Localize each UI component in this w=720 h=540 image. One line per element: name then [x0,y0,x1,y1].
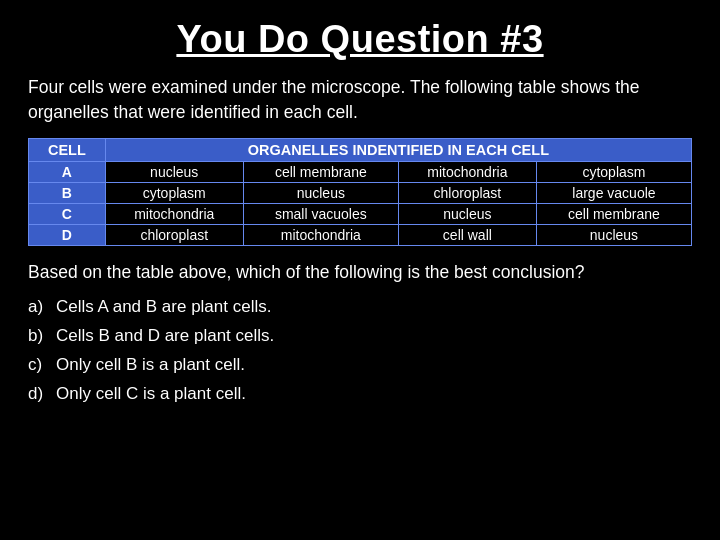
organelle-value: small vacuoles [243,203,398,224]
organelle-value: nucleus [536,224,691,245]
table-row: Bcytoplasmnucleuschloroplastlarge vacuol… [29,182,692,203]
data-table-wrapper: CELL ORGANELLES INDENTIFIED IN EACH CELL… [28,138,692,246]
option-label: c) [28,351,50,380]
option-text: Cells A and B are plant cells. [56,293,271,322]
option-label: a) [28,293,50,322]
organelle-value: nucleus [243,182,398,203]
organelle-value: large vacuole [536,182,691,203]
organelle-value: mitochondria [398,161,536,182]
table-row: Cmitochondriasmall vacuolesnucleuscell m… [29,203,692,224]
organelle-value: cell membrane [536,203,691,224]
page-title: You Do Question #3 [28,18,692,61]
organelle-value: chloroplast [105,224,243,245]
organelle-value: cytoplasm [105,182,243,203]
question-text: Based on the table above, which of the f… [28,259,692,285]
option-text: Only cell B is a plant cell. [56,351,245,380]
option-text: Cells B and D are plant cells. [56,322,274,351]
list-item: b)Cells B and D are plant cells. [28,322,692,351]
list-item: a)Cells A and B are plant cells. [28,293,692,322]
cell-name: A [29,161,106,182]
table-row: Dchloroplastmitochondriacell wallnucleus [29,224,692,245]
cell-name: D [29,224,106,245]
organelle-value: nucleus [105,161,243,182]
option-text: Only cell C is a plant cell. [56,380,246,409]
organelle-value: mitochondria [105,203,243,224]
list-item: d)Only cell C is a plant cell. [28,380,692,409]
organelles-column-header: ORGANELLES INDENTIFIED IN EACH CELL [105,138,691,161]
option-label: d) [28,380,50,409]
organelle-value: cytoplasm [536,161,691,182]
organelle-value: mitochondria [243,224,398,245]
answer-options: a)Cells A and B are plant cells.b)Cells … [28,293,692,409]
organelle-value: nucleus [398,203,536,224]
list-item: c)Only cell B is a plant cell. [28,351,692,380]
organelle-value: chloroplast [398,182,536,203]
cell-name: B [29,182,106,203]
organelle-value: cell membrane [243,161,398,182]
option-label: b) [28,322,50,351]
intro-text: Four cells were examined under the micro… [28,75,692,126]
organelles-table: CELL ORGANELLES INDENTIFIED IN EACH CELL… [28,138,692,246]
organelle-value: cell wall [398,224,536,245]
table-row: Anucleuscell membranemitochondriacytopla… [29,161,692,182]
cell-name: C [29,203,106,224]
cell-column-header: CELL [29,138,106,161]
